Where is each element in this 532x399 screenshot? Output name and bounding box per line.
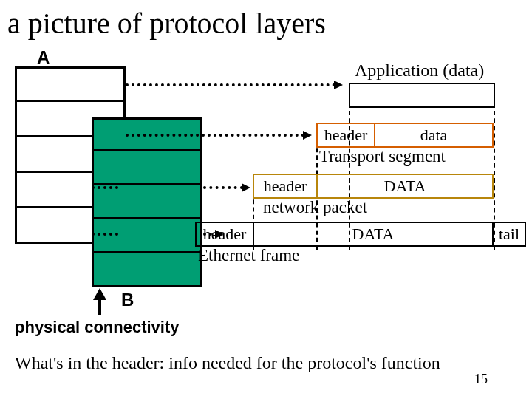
page-number: 15 bbox=[474, 372, 488, 387]
stack-b-layer bbox=[92, 151, 202, 185]
stack-b-layer bbox=[92, 219, 202, 253]
stack-b-label: B bbox=[121, 290, 134, 310]
arrow-up-icon bbox=[93, 288, 106, 300]
transport-data: data bbox=[374, 123, 494, 148]
peer-arrow-network-left bbox=[92, 186, 118, 189]
stack-b-layer bbox=[92, 253, 202, 287]
physical-connectivity-label: physical connectivity bbox=[15, 318, 180, 337]
peer-arrow-network-right bbox=[203, 186, 243, 189]
transport-segment-label: Transport segment bbox=[319, 147, 446, 166]
ethernet-frame: header DATA tail bbox=[195, 222, 526, 247]
ethernet-data: DATA bbox=[253, 222, 494, 247]
peer-arrow-link-left bbox=[92, 233, 118, 236]
stack-b bbox=[92, 117, 202, 287]
network-packet-label: network packet bbox=[263, 198, 367, 217]
application-label: Application (data) bbox=[355, 61, 484, 81]
stack-a-label: A bbox=[37, 47, 50, 68]
ethernet-frame-label: Ethernet frame bbox=[198, 246, 299, 265]
peer-arrow-transport bbox=[126, 134, 304, 137]
peer-arrow-application bbox=[126, 83, 335, 86]
stack-a-layer bbox=[15, 66, 126, 102]
transport-segment: header data bbox=[316, 123, 494, 148]
slide-title: a picture of protocol layers bbox=[7, 6, 326, 41]
stack-b-layer bbox=[92, 185, 202, 219]
footer-text: What's in the header: info needed for th… bbox=[15, 353, 440, 373]
ethernet-tail: tail bbox=[494, 222, 526, 247]
application-data-box bbox=[349, 83, 495, 108]
network-packet: header DATA bbox=[253, 174, 494, 199]
network-header: header bbox=[253, 174, 316, 199]
slide-root: { "title": "a picture of protocol layers… bbox=[0, 0, 532, 399]
transport-header: header bbox=[316, 123, 374, 148]
network-data: DATA bbox=[316, 174, 494, 199]
ethernet-header: header bbox=[195, 222, 253, 247]
